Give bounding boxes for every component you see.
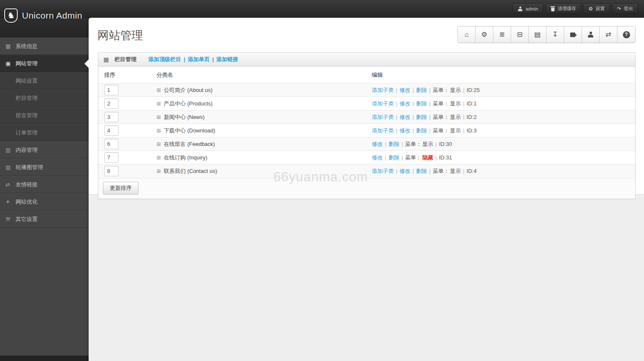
topbar-button-person[interactable]: admin [512,3,543,14]
menu-state-toggle[interactable]: 隐藏 [422,154,433,161]
action-separator: | [463,114,464,120]
add-child-link[interactable]: 添加子类 [372,100,394,107]
widget-links: 添加顶级栏目|添加单页|添加链接 [148,56,238,63]
menu-state-toggle[interactable]: 显示 [450,100,461,107]
sidebar-item-10[interactable]: ⚒其它设置 [0,210,89,228]
category-id: ID:3 [467,127,477,134]
hdd-icon: ⊟ [517,31,522,38]
name-cell: ⊞在线留言 (Feedback) [153,137,368,151]
sidebar-item-5[interactable]: 订单管理 [0,124,89,141]
sort-input[interactable] [104,139,119,149]
expand-plus-icon[interactable]: ⊞ [157,88,161,93]
modify-link[interactable]: 修改 [399,168,410,174]
modify-link[interactable]: 修改 [399,127,410,134]
sidebar-item-4[interactable]: 留言管理 [0,107,89,124]
sort-input[interactable] [104,112,119,122]
quick-action-shuffle-button[interactable]: ⇄ [600,27,617,43]
sort-cell [98,84,153,97]
name-cell: ⊞在线订购 (Inquiry) [153,151,368,164]
column-header-name: 分类名 [153,67,368,84]
add-child-link[interactable]: 添加子类 [372,168,394,174]
add-child-link[interactable]: 添加子类 [372,87,394,93]
sort-cell [98,151,153,164]
expand-plus-icon[interactable]: ⊞ [157,155,161,160]
delete-link[interactable]: 删除 [416,114,427,120]
sidebar-item-label: 友情链接 [16,176,38,193]
sort-input[interactable] [104,152,119,163]
name-cell: ⊞产品中心 (Products) [153,97,368,110]
delete-link[interactable]: 删除 [388,154,399,161]
expand-plus-icon[interactable]: ⊞ [157,101,161,106]
sidebar-item-2[interactable]: 网站设置 [0,72,89,89]
expand-plus-icon[interactable]: ⊞ [157,115,161,120]
sidebar-item-6[interactable]: ▥内容管理 [0,141,89,159]
quick-action-hdd-button[interactable]: ⊟ [511,27,529,43]
menu-state-toggle[interactable]: 显示 [450,127,461,134]
modify-link[interactable]: 修改 [399,100,410,107]
sort-input[interactable] [104,125,119,136]
quick-action-gear-button[interactable]: ⚙ [476,27,493,43]
expand-plus-icon[interactable]: ⊞ [157,142,161,147]
menu-state-toggle[interactable]: 显示 [450,114,461,120]
briefcase-icon: ▥ [5,147,16,153]
modify-link[interactable]: 修改 [399,87,410,93]
active-item-arrow [84,59,89,68]
sidebar-item-7[interactable]: ▧轮播图管理 [0,159,89,176]
menu-state-toggle[interactable]: 显示 [450,87,461,93]
quick-action-download-button[interactable]: ↧ [547,27,564,43]
modify-link[interactable]: 修改 [372,154,383,161]
quick-action-video-button[interactable] [564,27,582,43]
delete-link[interactable]: 删除 [416,100,427,107]
action-separator: | [429,114,430,120]
expand-plus-icon[interactable]: ⊞ [157,128,161,133]
delete-link[interactable]: 删除 [388,141,399,147]
action-separator: | [412,168,414,174]
widget-link-1[interactable]: 添加单页 [188,56,210,62]
sidebar-item-3[interactable]: 栏目管理 [0,89,89,107]
sort-input[interactable] [104,85,119,95]
sidebar-item-8[interactable]: ⇄友情链接 [0,176,89,193]
sort-input[interactable] [104,98,119,109]
menu-label: 菜单： [433,87,449,93]
quick-action-book-button[interactable]: ▤ [529,27,547,43]
widget-link-0[interactable]: 添加顶级栏目 [148,56,181,62]
widget-link-2[interactable]: 添加链接 [216,56,238,62]
sidebar-item-9[interactable]: ✦网站优化 [0,193,89,210]
quick-action-help-button[interactable]: ? [617,27,635,43]
expand-plus-icon[interactable]: ⊞ [157,169,161,174]
action-separator: | [401,154,403,161]
grid-icon: ▦ [5,43,16,49]
add-child-link[interactable]: 添加子类 [372,127,394,134]
action-separator: | [396,87,397,93]
sidebar-item-label: 系统信息 [16,38,38,55]
delete-link[interactable]: 删除 [416,127,427,134]
table-row: ⊞公司简介 (About us)添加子类|修改|删除|菜单：显示|ID:25 [98,84,635,97]
delete-link[interactable]: 删除 [416,168,427,174]
topbar-button-logout[interactable]: ↷登出 [612,3,638,14]
quick-action-home-button[interactable]: ⌂ [458,27,476,43]
menu-label: 菜单： [405,141,422,147]
modify-link[interactable]: 修改 [399,114,410,120]
sidebar-item-0[interactable]: ▦系统信息 [0,38,89,55]
quick-action-list-button[interactable]: ≣ [493,27,511,43]
shuffle-icon: ⇄ [606,31,611,38]
action-separator: | [463,100,464,107]
menu-state-toggle[interactable]: 显示 [422,141,433,147]
update-sort-button[interactable]: 更新排序 [103,182,138,194]
menu-state-toggle[interactable]: 显示 [450,168,461,174]
modify-link[interactable]: 修改 [372,141,383,147]
unicorn-logo-icon: ♞ [4,8,18,23]
sort-input[interactable] [104,166,119,176]
menu-label: 菜单： [433,100,449,107]
topbar-button-gear[interactable]: ⚙设置 [583,3,610,14]
table-row: ⊞在线订购 (Inquiry)修改|删除|菜单：隐藏|ID:31 [98,151,635,164]
link-separator: | [212,56,214,62]
action-separator: | [396,100,397,107]
sidebar-item-1[interactable]: ▣网站管理 [0,55,89,72]
add-child-link[interactable]: 添加子类 [372,114,394,120]
delete-link[interactable]: 删除 [416,87,427,93]
quick-action-user-button[interactable] [582,27,600,43]
topbar-button-trash[interactable]: 清理缓存 [545,3,581,14]
action-separator: | [436,154,437,161]
picture-icon: ▧ [5,164,16,170]
